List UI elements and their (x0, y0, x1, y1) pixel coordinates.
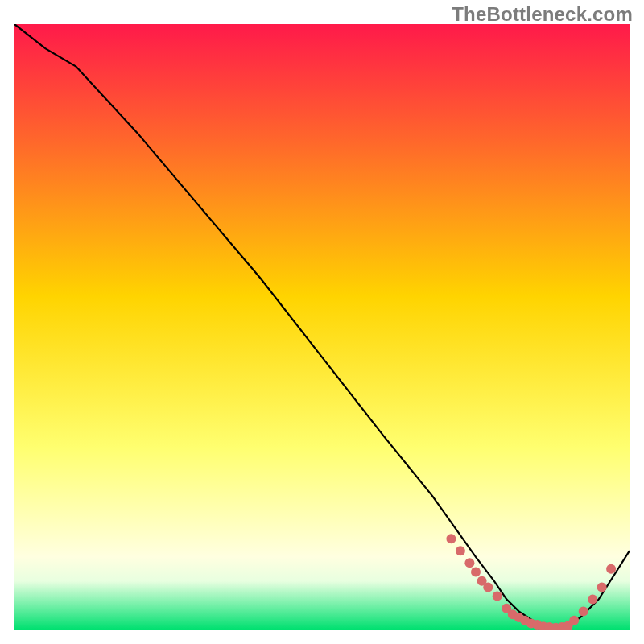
data-point (464, 558, 474, 568)
data-point (456, 546, 465, 555)
data-point (446, 534, 456, 543)
data-point (606, 564, 616, 574)
data-point (493, 592, 502, 601)
data-point (588, 594, 597, 604)
plot-background (14, 24, 630, 630)
data-point (483, 582, 493, 592)
data-point (569, 616, 579, 625)
data-point (579, 606, 588, 616)
data-point (597, 582, 607, 592)
data-point (471, 568, 481, 577)
chart-container: TheBottleneck.com (0, 0, 644, 644)
chart-svg (0, 0, 644, 644)
